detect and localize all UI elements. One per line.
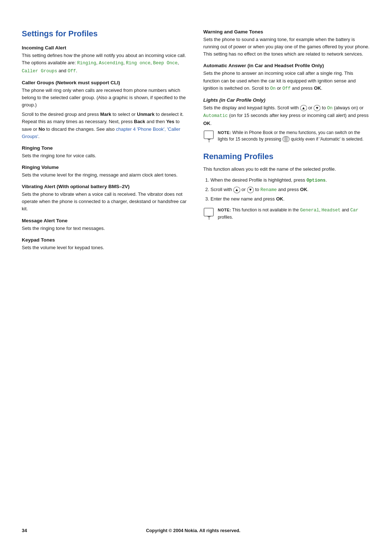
ringing-volume-section: Ringing Volume Sets the volume level for… [22, 165, 189, 179]
settings-for-profiles-title: Settings for Profiles [22, 29, 189, 39]
renaming-profiles-intro: This function allows you to edit the nam… [203, 166, 370, 173]
lights-section: Lights (in Car Profile Only) Sets the di… [203, 97, 370, 143]
automatic-option: Automatic [203, 113, 228, 118]
ok-label: OK [314, 85, 321, 91]
renaming-steps-list: When the desired Profile is highlighted,… [203, 177, 370, 203]
power-button-icon: ⓪ [282, 136, 290, 142]
caller-groups-para2: Scroll to the desired group and press Ma… [22, 111, 189, 140]
rename-label: Rename [261, 187, 277, 193]
ok-step2-label: OK [300, 187, 307, 192]
renaming-profiles-title: Renaming Profiles [203, 152, 370, 161]
car-option: Car [350, 208, 359, 213]
step-1: When the desired Profile is highlighted,… [211, 177, 370, 184]
yes-label: Yes [166, 119, 174, 124]
lights-title: Lights (in Car Profile Only) [203, 97, 370, 103]
vibrating-alert-title: Vibrating Alert (With optional battery B… [22, 184, 189, 189]
incoming-call-alert-body: This setting defines how the phone will … [22, 52, 189, 75]
unmark-label: Unmark [137, 112, 154, 117]
automatic-answer-body: Sets the phone to answer an incoming voi… [203, 70, 370, 92]
lights-body: Sets the display and keypad lights. Scro… [203, 104, 370, 127]
warning-game-tones-body: Sets the phone to sound a warning tone, … [203, 36, 370, 58]
svg-marker-4 [207, 216, 211, 218]
up-arrow-icon: ▲ [300, 105, 307, 111]
option-beep-once: Beep Once [153, 61, 178, 66]
svg-rect-0 [204, 131, 213, 139]
on-lights-option: On [327, 106, 332, 111]
svg-rect-3 [204, 208, 213, 216]
back-label: Back [134, 119, 145, 124]
page-number: 34 [22, 528, 27, 533]
ringing-volume-title: Ringing Volume [22, 165, 189, 170]
option-ascending: Ascending [99, 61, 123, 66]
vibrating-alert-body: Sets the phone to vibrate when a voice c… [22, 191, 189, 212]
keypad-tones-title: Keypad Tones [22, 237, 189, 243]
footer-copyright: Copyright © 2004 Nokia. All rights reser… [27, 528, 359, 533]
warning-game-tones-section: Warning and Game Tones Sets the phone to… [203, 29, 370, 58]
option-ring-once: Ring once [126, 61, 151, 66]
caller-groups-section: Caller Groups (Network must support CLI)… [22, 80, 189, 140]
message-alert-tone-title: Message Alert Tone [22, 218, 189, 223]
down-arrow-icon: ▼ [314, 105, 320, 111]
right-column: Warning and Game Tones Sets the phone to… [203, 29, 370, 510]
ringing-tone-section: Ringing Tone Sets the ringing tone for v… [22, 145, 189, 159]
vibrating-alert-section: Vibrating Alert (With optional battery B… [22, 184, 189, 212]
step2-up-icon: ▲ [233, 187, 240, 193]
on-option: On [270, 86, 275, 91]
ok-lights-label: OK [203, 121, 211, 126]
warning-game-tones-title: Warning and Game Tones [203, 29, 370, 35]
svg-marker-1 [207, 139, 211, 140]
off-option: Off [282, 86, 291, 91]
step-2: Scroll with ▲ or ▼ to Rename and press O… [211, 186, 370, 194]
renaming-note-arrow-icon [203, 207, 215, 220]
ringing-tone-title: Ringing Tone [22, 145, 189, 151]
message-alert-tone-body: Sets the ringing tone for text messages. [22, 225, 189, 232]
step2-down-icon: ▼ [247, 187, 254, 193]
message-alert-tone-section: Message Alert Tone Sets the ringing tone… [22, 218, 189, 232]
ok-step3-label: OK [276, 196, 283, 202]
option-ringing: Ringing [77, 61, 96, 66]
ringing-volume-body: Sets the volume level for the ringing, m… [22, 171, 189, 179]
headset-option: Headset [322, 208, 341, 213]
caller-groups-title: Caller Groups (Network must support CLI) [22, 80, 189, 85]
ringing-tone-body: Sets the ringing tone for voice calls. [22, 152, 189, 159]
incoming-call-alert-title: Incoming Call Alert [22, 45, 189, 50]
left-column: Settings for Profiles Incoming Call Aler… [22, 29, 189, 510]
page-footer: 34 Copyright © 2004 Nokia. All rights re… [22, 524, 370, 533]
note-arrow-icon [203, 130, 215, 143]
lights-note-text: Note: While in Phone Book or the menu fu… [218, 129, 370, 142]
caller-groups-para1: The phone will ring only when calls are … [22, 87, 189, 109]
lights-note-box: Note: While in Phone Book or the menu fu… [203, 129, 370, 143]
step-3: Enter the new name and press OK. [211, 195, 370, 203]
keypad-tones-section: Keypad Tones Sets the volume level for k… [22, 237, 189, 251]
renaming-note-text: Note: This function is not available in … [218, 207, 370, 220]
mark-label: Mark [100, 112, 111, 117]
incoming-call-alert-section: Incoming Call Alert This setting defines… [22, 45, 189, 75]
no-label: No [38, 126, 45, 132]
automatic-answer-section: Automatic Answer (in Car and Headset Pro… [203, 63, 370, 92]
two-column-layout: Settings for Profiles Incoming Call Aler… [22, 29, 370, 510]
automatic-answer-title: Automatic Answer (in Car and Headset Pro… [203, 63, 370, 68]
option-caller-groups: Caller Groups [22, 69, 57, 74]
renaming-note-box: Note: This function is not available in … [203, 207, 370, 220]
page: Settings for Profiles Incoming Call Aler… [0, 0, 392, 555]
option-off: Off [68, 69, 76, 74]
keypad-tones-body: Sets the volume level for keypad tones. [22, 244, 189, 251]
general-option: General [300, 208, 319, 213]
renaming-profiles-section: Renaming Profiles This function allows y… [203, 152, 370, 220]
options-label: Options [306, 178, 326, 183]
